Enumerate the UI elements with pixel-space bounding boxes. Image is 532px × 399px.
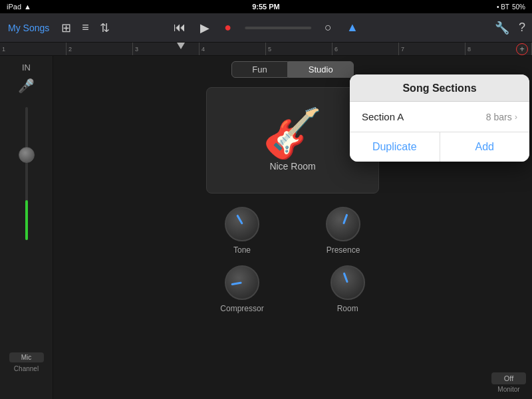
knobs-row-1: Tone Presence	[53, 207, 532, 255]
main-content: Fun Studio 🎸 Nice Room Tone Presence	[53, 56, 532, 399]
monitor-area: Off Monitor	[485, 366, 532, 399]
compressor-knob[interactable]	[225, 265, 259, 300]
play-button[interactable]: ▶	[199, 19, 211, 37]
knob-compressor-container: Compressor	[220, 265, 263, 313]
monitor-label: Monitor	[497, 386, 519, 393]
presence-label: Presence	[327, 245, 360, 255]
tone-indicator	[236, 214, 243, 224]
mixer-icon[interactable]: ≡	[80, 19, 90, 36]
amp-name: Nice Room	[269, 161, 315, 172]
knob-tone-container: Tone	[225, 207, 259, 255]
presence-knob[interactable]	[326, 207, 360, 241]
panel-header: Song Sections	[350, 74, 529, 102]
metronome-icon[interactable]: ▲	[345, 19, 360, 36]
help-icon[interactable]: ?	[517, 19, 527, 36]
ruler-mark-3: 3	[133, 43, 200, 55]
panel-actions: Duplicate Add	[350, 132, 529, 162]
tab-fun[interactable]: Fun	[231, 61, 287, 78]
duplicate-button[interactable]: Duplicate	[350, 132, 440, 162]
channel-label: Channel	[14, 365, 39, 372]
compressor-label: Compressor	[220, 304, 263, 313]
timeline-ruler: 1 2 3 4 5 6 7 8 +	[0, 43, 532, 56]
knob-presence-container: Presence	[326, 207, 360, 255]
ruler-mark-4: 4	[200, 43, 266, 55]
section-bars: 8 bars ›	[486, 112, 517, 122]
room-indicator	[343, 272, 348, 283]
compressor-indicator	[231, 282, 242, 286]
chevron-right-icon: ›	[515, 112, 517, 122]
playhead[interactable]	[177, 43, 185, 49]
fader-level	[25, 200, 28, 240]
channel-button[interactable]: Mic	[9, 352, 44, 362]
rewind-button[interactable]: ⏮	[172, 19, 187, 36]
room-label: Room	[337, 304, 358, 313]
fader-track[interactable]	[25, 107, 28, 240]
battery-label: 50%	[512, 3, 525, 11]
input-label: IN	[22, 63, 31, 72]
ruler-mark-5: 5	[266, 43, 332, 55]
wifi-icon: ▲	[24, 3, 31, 11]
section-bars-value: 8 bars	[486, 112, 512, 122]
tone-label: Tone	[233, 245, 251, 255]
presence-indicator	[342, 213, 348, 224]
my-songs-button[interactable]: My Songs	[5, 23, 52, 33]
tone-knob[interactable]	[225, 207, 259, 241]
knob-room-container: Room	[331, 265, 365, 313]
tab-studio[interactable]: Studio	[288, 61, 354, 78]
fader-knob[interactable]	[19, 147, 35, 163]
wrench-icon[interactable]: 🔧	[493, 19, 511, 37]
room-knob[interactable]	[331, 265, 365, 300]
ruler-mark-2: 2	[66, 43, 133, 55]
ruler-mark-7: 7	[399, 43, 466, 55]
add-button[interactable]: Add	[440, 132, 530, 162]
main-area: IN 🎤 Mic Channel Fun Studio 🎸 Nice Room	[0, 56, 532, 399]
time-display: 9:55 PM	[252, 3, 280, 11]
song-sections-panel: Song Sections Section A 8 bars › Duplica…	[350, 74, 529, 162]
channel-sidebar: IN 🎤 Mic Channel	[0, 56, 53, 399]
add-section-button[interactable]: +	[516, 43, 528, 55]
section-name: Section A	[362, 111, 404, 122]
bluetooth-icon: • BT	[497, 3, 509, 11]
status-bar: iPad ▲ 9:55 PM • BT 50%	[0, 0, 532, 13]
loop-icon[interactable]: ○	[323, 19, 333, 36]
channel-controls: Mic Channel	[9, 352, 44, 372]
mic-icon: 🎤	[18, 78, 35, 94]
guitar-icon: 🎸	[263, 109, 323, 157]
toolbar: My Songs ⊞ ≡ ⇅ ⏮ ▶ ● ○ ▲ 🔧 ?	[0, 13, 532, 43]
record-button[interactable]: ●	[223, 19, 233, 36]
section-row[interactable]: Section A 8 bars ›	[350, 102, 529, 132]
tracks-icon[interactable]: ⊞	[60, 19, 72, 37]
ruler-mark-6: 6	[332, 43, 399, 55]
ruler-mark-1: 1	[0, 43, 66, 55]
knobs-row-2: Compressor Room	[53, 265, 532, 313]
eq-icon[interactable]: ⇅	[98, 19, 111, 37]
monitor-button[interactable]: Off	[491, 372, 526, 384]
progress-bar	[245, 27, 311, 29]
carrier-label: iPad	[7, 3, 21, 11]
